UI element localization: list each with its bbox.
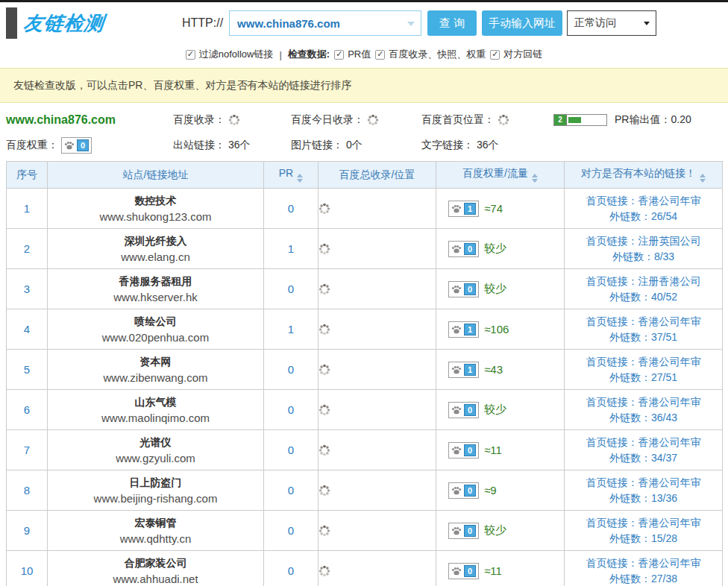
site-cell: 宏泰铜管 www.qdhtty.cn — [48, 511, 264, 551]
outlink-count[interactable]: 外链数：34/37 — [565, 450, 722, 466]
header-backlink-label: 对方是否有本站的链接！ — [581, 167, 696, 179]
table-body: 1 数控技术 www.shukong123.com 0 1 ≈74 首页链接：香… — [7, 189, 723, 586]
pr-meter-track — [567, 115, 606, 125]
access-mode-select[interactable]: 正常访问 — [567, 10, 656, 36]
nofollow-checkbox[interactable] — [186, 50, 195, 60]
loading-spinner-icon — [318, 364, 436, 376]
traffic-estimate: ≈106 — [484, 323, 509, 335]
homepage-link[interactable]: 首页链接：注册英国公司 — [565, 233, 722, 249]
backlink-option-label: 对方回链 — [503, 48, 542, 61]
header-baidu-index: 百度总收录/位置 — [318, 162, 436, 189]
weight-number: 0 — [464, 404, 476, 416]
weight-cell: 1 ≈43 — [436, 350, 565, 390]
pr-checkbox[interactable] — [334, 50, 344, 60]
traffic-estimate: ≈43 — [484, 363, 503, 376]
site-cell: 山东气模 www.maolinqimo.com — [48, 390, 264, 430]
site-name: 日上防盗门 — [48, 475, 263, 491]
header-pr-sort[interactable]: PR — [264, 162, 318, 189]
site-url: www.elang.cn — [48, 249, 263, 265]
homepage-link[interactable]: 首页链接：香港公司年审 — [565, 314, 722, 330]
weight-number: 0 — [464, 485, 476, 497]
baidu-index-cell — [318, 350, 436, 390]
homepage-link[interactable]: 首页链接：香港公司年审 — [565, 394, 722, 410]
outlink-count[interactable]: 外链数：8/33 — [565, 249, 722, 265]
header-pr-label: PR — [279, 167, 293, 179]
header-backlink-sort[interactable]: 对方是否有本站的链接！ — [565, 162, 723, 189]
backlink-cell: 首页链接：香港公司年审 外链数：36/43 — [565, 390, 723, 430]
homepage-link[interactable]: 首页链接：注册香港公司 — [565, 274, 722, 289]
outlink-count[interactable]: 外链数：27/51 — [565, 370, 722, 385]
outlink-count[interactable]: 外链数：37/51 — [565, 330, 722, 345]
weight-number: 1 — [464, 324, 476, 335]
backlink-cell: 首页链接：香港公司年审 外链数：15/28 — [565, 511, 723, 551]
site-cell: 深圳光纤接入 www.elang.cn — [48, 229, 264, 269]
loading-spinner-icon — [318, 565, 436, 577]
homepage-link[interactable]: 首页链接：香港公司年审 — [565, 193, 722, 209]
pr-cell: 0 — [264, 269, 318, 309]
access-mode-value: 正常访问 — [574, 16, 616, 30]
traffic-estimate: 较少 — [484, 523, 506, 538]
homepage-link[interactable]: 首页链接：香港公司年审 — [565, 435, 722, 450]
query-button[interactable]: 查 询 — [427, 10, 477, 36]
loading-spinner-icon — [498, 114, 509, 126]
manual-input-button[interactable]: 手动输入网址 — [482, 10, 562, 36]
site-url: www.hkserver.hk — [48, 289, 263, 305]
outlink-count[interactable]: 外链数：36/43 — [565, 410, 722, 426]
protocol-label: HTTP:// — [182, 16, 223, 30]
pr-cell: 0 — [264, 430, 318, 470]
site-name: 宏泰铜管 — [48, 515, 263, 531]
homepage-link[interactable]: 首页链接：香港公司年审 — [565, 354, 722, 370]
site-name: 喷绘公司 — [48, 314, 263, 330]
baidu-weight-number: 0 — [77, 139, 89, 151]
baidu-paw-icon — [451, 486, 462, 495]
weight-cell: 0 ≈11 — [436, 551, 565, 586]
weight-cell: 1 ≈74 — [436, 189, 565, 229]
outbound-value: 36个 — [228, 139, 251, 152]
outlink-count[interactable]: 外链数：13/36 — [565, 491, 722, 506]
outlink-count[interactable]: 外链数：15/28 — [565, 531, 722, 546]
baidu-weight-badge: 0 — [448, 482, 479, 499]
row-index: 10 — [7, 551, 48, 586]
check-data-label: 检查数据: — [288, 48, 330, 61]
pr-cell: 1 — [264, 309, 318, 350]
image-links-value: 0个 — [346, 139, 363, 152]
table-row: 5 资本网 www.zibenwang.com 0 1 ≈43 首页链接：香港公… — [7, 350, 723, 390]
backlink-cell: 首页链接：香港公司年审 外链数：34/37 — [565, 430, 723, 470]
homepage-link[interactable]: 首页链接：香港公司年审 — [565, 555, 722, 571]
outlink-count[interactable]: 外链数：27/38 — [565, 571, 722, 586]
outlink-count[interactable]: 外链数：26/54 — [565, 209, 722, 224]
pr-cell: 0 — [264, 350, 318, 390]
site-name: 数控技术 — [48, 193, 263, 209]
loading-spinner-icon — [318, 485, 436, 497]
text-links-value: 36个 — [477, 139, 499, 152]
dropdown-caret-icon[interactable] — [407, 22, 415, 26]
baidu-today-label: 百度今日收录： — [291, 113, 364, 127]
table-row: 3 香港服务器租用 www.hkserver.hk 0 0 较少 首页链接：注册… — [7, 269, 723, 309]
baidu-included-item: 百度收录： — [173, 113, 291, 127]
url-input[interactable] — [229, 10, 421, 36]
baidu-checkbox[interactable] — [375, 50, 385, 60]
site-name: 合肥家装公司 — [48, 555, 263, 571]
weight-number: 0 — [464, 243, 476, 255]
app-title: 友链检测 — [22, 10, 106, 37]
weight-number: 1 — [464, 203, 476, 215]
loading-spinner-icon — [318, 243, 436, 255]
backlink-cell: 首页链接：香港公司年审 外链数：27/51 — [565, 350, 723, 390]
sort-arrows-icon — [297, 174, 303, 183]
outlink-count[interactable]: 外链数：40/52 — [565, 289, 722, 305]
homepage-link[interactable]: 首页链接：香港公司年审 — [565, 515, 722, 531]
baidu-weight-badge: 1 — [448, 362, 479, 378]
weight-cell: 0 较少 — [436, 269, 565, 309]
app-logo: 友链检测 — [6, 7, 104, 39]
pr-output-label: PR输出值： — [615, 113, 671, 125]
site-url: www.beijing-rishang.com — [48, 491, 263, 506]
backlink-checkbox[interactable] — [490, 50, 500, 60]
weight-cell: 0 ≈11 — [436, 430, 565, 470]
baidu-index-cell — [318, 189, 436, 229]
site-name: 香港服务器租用 — [48, 274, 263, 289]
baidu-paw-icon — [451, 446, 462, 455]
text-links-item: 文字链接： 36个 — [421, 139, 553, 152]
select-caret-icon — [644, 22, 650, 25]
homepage-link[interactable]: 首页链接：香港公司年审 — [565, 475, 722, 491]
header-weight-sort[interactable]: 百度权重/流量 — [436, 162, 565, 189]
